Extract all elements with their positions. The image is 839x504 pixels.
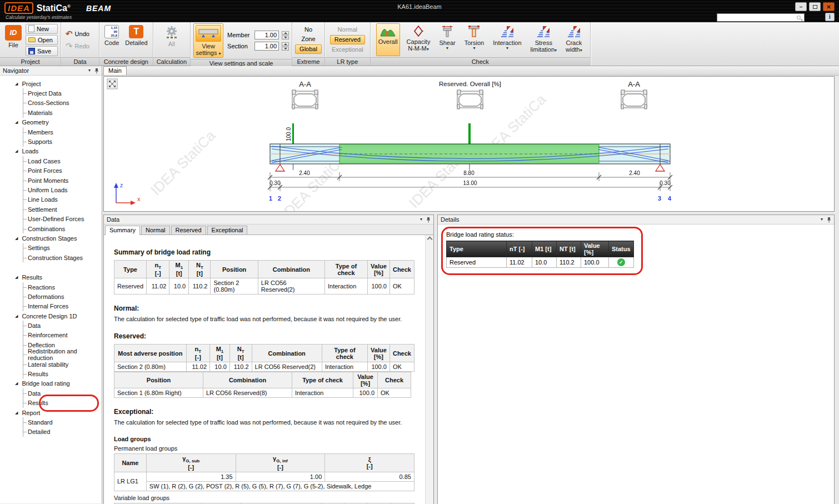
extreme-no-option[interactable]: No xyxy=(301,26,316,34)
nav-section-project[interactable]: ◢Project xyxy=(0,79,102,88)
check-interaction-button[interactable]: Interaction ▾ xyxy=(491,23,523,56)
table-row[interactable]: Section 1 (6.80m Right) LR CO56 Reserved… xyxy=(114,388,411,398)
nav-item-data[interactable]: Data xyxy=(23,321,102,330)
panel-menu-icon[interactable]: ▾ xyxy=(821,217,823,222)
nav-item-blr-data[interactable]: Data xyxy=(23,388,102,398)
pin-icon[interactable] xyxy=(94,68,99,74)
extreme-zone-option[interactable]: Zone xyxy=(297,35,319,43)
info-button[interactable]: i xyxy=(825,13,835,21)
check-shear-button[interactable]: Shear ▾ xyxy=(437,23,457,56)
details-panel: Details ▾ Bridge load rating status: Typ… xyxy=(437,214,835,504)
pin-icon[interactable] xyxy=(426,217,431,223)
nav-item-point-forces[interactable]: Point Forces xyxy=(23,166,102,176)
section-scale-up-button[interactable] xyxy=(282,42,289,46)
lr-type-exceptional-option[interactable]: Exceptional xyxy=(328,46,367,54)
check-stress-limitation-button[interactable]: Stress limitation▾ xyxy=(528,23,559,56)
check-capacity-button[interactable]: Capacity N-M-M▾ xyxy=(404,23,433,56)
code-button[interactable]: 1,159025,8 Code xyxy=(102,23,121,56)
check-overall-button[interactable]: Overall xyxy=(376,23,400,56)
nav-item-members[interactable]: Members xyxy=(23,127,102,137)
member-scale-down-button[interactable] xyxy=(282,36,289,39)
check-crack-width-button[interactable]: Crack width▾ xyxy=(563,23,585,56)
nav-section-geometry[interactable]: ◢Geometry xyxy=(0,118,102,127)
nav-section-results[interactable]: ◢Results xyxy=(0,272,102,282)
lr-type-reserved-option[interactable]: Reserved xyxy=(330,35,365,44)
pin-icon[interactable] xyxy=(827,217,831,223)
tree-expander-icon: ◢ xyxy=(15,120,18,124)
load-groups-heading: Load groups xyxy=(114,436,414,442)
nav-item-blr-results[interactable]: Results xyxy=(23,398,102,408)
extreme-global-option[interactable]: Global xyxy=(295,44,322,54)
table-row[interactable]: SW (1), R (2), G (2), POST (2), R (5), G… xyxy=(114,481,414,491)
member-scale-up-button[interactable] xyxy=(282,31,289,35)
table-row[interactable]: Reserved 11.02 10.0 110.2 Section 2 (0.8… xyxy=(114,278,414,295)
nav-item-report-standard[interactable]: Standard xyxy=(23,417,102,427)
tab-exceptional[interactable]: Exceptional xyxy=(207,226,248,234)
data-panel-scrollbar[interactable] xyxy=(425,235,433,504)
nav-item-point-moments[interactable]: Point Moments xyxy=(23,176,102,185)
tab-normal[interactable]: Normal xyxy=(141,226,169,234)
open-button[interactable]: Open xyxy=(26,35,58,45)
nav-item-load-cases[interactable]: Load Cases xyxy=(23,156,102,166)
panel-menu-icon[interactable]: ▾ xyxy=(88,68,91,73)
nav-item-supports[interactable]: Supports xyxy=(23,137,102,146)
overall-chart-icon xyxy=(380,25,396,37)
table-row[interactable]: Section 2 (0.80m) 11.02 10.0 110.2 LR CO… xyxy=(114,362,414,372)
save-button[interactable]: Save xyxy=(26,46,58,56)
calculate-all-button[interactable]: All xyxy=(162,23,182,56)
nav-item-internal-forces[interactable]: Internal Forces xyxy=(23,302,102,311)
tab-main[interactable]: Main xyxy=(103,66,127,75)
nav-item-reinforcement[interactable]: Reinforcement xyxy=(23,331,102,340)
table-row[interactable]: LR LG1 1.35 1.00 0.85 xyxy=(114,472,414,481)
nav-item-project-data[interactable]: Project Data xyxy=(23,88,102,98)
close-button[interactable]: ✕ xyxy=(823,2,835,11)
section-scale-down-button[interactable] xyxy=(282,47,289,51)
nav-item-report-detailed[interactable]: Detailed xyxy=(23,427,102,437)
tab-summary[interactable]: Summary xyxy=(105,226,140,235)
view-settings-button[interactable]: View settings ▾ xyxy=(193,23,223,58)
ribbon-group-view-settings: View settings ▾ Member 1.00 Section 1.00 xyxy=(191,22,292,66)
nav-item-construction-stages[interactable]: Construction Stages xyxy=(23,253,102,262)
nav-item-lateral-stability[interactable]: Lateral stability xyxy=(23,360,102,369)
nav-section-bridge-load-rating[interactable]: ◢Bridge load rating xyxy=(0,379,102,388)
maximize-button[interactable] xyxy=(809,2,821,11)
panel-menu-icon[interactable]: ▾ xyxy=(420,217,422,222)
search-input[interactable] xyxy=(717,13,805,22)
file-button[interactable]: ID File xyxy=(3,23,24,56)
nav-item-deformations[interactable]: Deformations xyxy=(23,292,102,301)
minimize-button[interactable]: – xyxy=(795,2,807,11)
nav-section-construction-stages[interactable]: ◢Construction Stages xyxy=(0,233,102,243)
new-button[interactable]: New xyxy=(26,24,58,34)
redo-button[interactable]: ↷Redo xyxy=(64,41,96,52)
nav-item-settings[interactable]: Settings xyxy=(23,243,102,253)
nav-item-redistribution[interactable]: Redistribution and reduction xyxy=(23,350,102,360)
nav-item-cross-sections[interactable]: Cross-Sections xyxy=(23,98,102,108)
chevron-down-icon: ▾ xyxy=(427,47,429,52)
stress-bars-icon xyxy=(500,25,515,38)
nav-item-user-defined-forces[interactable]: User-Defined Forces xyxy=(23,214,102,223)
nav-section-report[interactable]: ◢Report xyxy=(0,408,102,417)
table-row[interactable]: Reserved 11.02 10.0 110.2 100.0 ✓ xyxy=(447,257,634,268)
detailed-button[interactable]: T Detailed xyxy=(123,23,149,56)
nav-section-loads[interactable]: ◢Loads xyxy=(0,147,102,156)
nav-item-materials[interactable]: Materials xyxy=(23,108,102,117)
section-scale-input[interactable]: 1.00 xyxy=(254,42,279,51)
fit-view-icon[interactable] xyxy=(107,79,117,89)
nav-section-concrete-design-1d[interactable]: ◢Concrete Design 1D xyxy=(0,311,102,321)
code-setup-icon: 1,159025,8 xyxy=(104,25,119,38)
result-title: Reserved. Overall [%] xyxy=(439,81,501,87)
nav-item-reactions[interactable]: Reactions xyxy=(23,282,102,292)
section-label-left: A-A xyxy=(299,80,311,88)
nav-item-line-loads[interactable]: Line Loads xyxy=(23,195,102,204)
tab-reserved[interactable]: Reserved xyxy=(171,226,206,234)
nav-item-settlement[interactable]: Settlement xyxy=(23,204,102,214)
beam-drawing-viewport[interactable]: IDEA StatiCa IDEA StatiCa IDEA StatiCa I… xyxy=(103,76,835,212)
check-torsion-button[interactable]: Torsion ▾ xyxy=(462,23,486,56)
scroll-up-icon[interactable] xyxy=(427,237,432,242)
member-scale-input[interactable]: 1.00 xyxy=(254,31,279,39)
lr-type-normal-option[interactable]: Normal xyxy=(334,26,361,34)
nav-item-results-concrete[interactable]: Results xyxy=(23,369,102,378)
undo-button[interactable]: ↶Undo xyxy=(64,28,96,39)
nav-item-uniform-loads[interactable]: Uniform Loads xyxy=(23,185,102,194)
nav-item-combinations[interactable]: Combinations xyxy=(23,224,102,233)
